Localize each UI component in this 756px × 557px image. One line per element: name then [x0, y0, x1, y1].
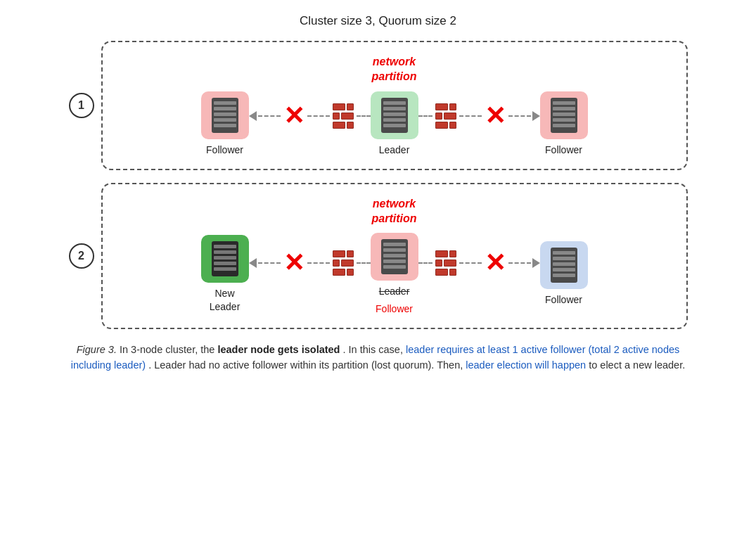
x-mark-left-2: ✕ [283, 250, 305, 276]
connector-left-1: ✕ [249, 103, 330, 129]
svg-rect-23 [214, 267, 236, 271]
dash-2b [307, 262, 330, 264]
connector-mid-left-1 [357, 115, 371, 117]
svg-rect-8 [383, 107, 406, 110]
node-label-new-leader-2: NewLeader [210, 287, 241, 312]
diagram-box-2: networkpartition NewLeader [101, 183, 688, 329]
step-circle-1: 1 [69, 93, 94, 118]
svg-rect-19 [214, 245, 236, 248]
svg-rect-26 [383, 248, 406, 252]
x-mark-right-2: ✕ [485, 250, 506, 276]
server-icon-follower-right-1 [548, 96, 580, 134]
nodes-row-1: Follower ✕ [124, 91, 665, 156]
node-leader-1: Leader [371, 91, 418, 156]
node-old-leader-2: Leader Follower [371, 233, 418, 314]
dash-2e [459, 262, 482, 264]
svg-rect-31 [553, 251, 575, 255]
svg-rect-3 [214, 113, 236, 116]
diagram-row-1: 1 networkpartition [69, 41, 688, 170]
svg-rect-29 [383, 265, 406, 269]
partition-label-2: networkpartition [124, 197, 665, 226]
server-icon-old-leader-2 [378, 238, 411, 276]
partition-label-1: networkpartition [124, 55, 665, 84]
connector-right-1: ✕ [459, 103, 540, 129]
svg-rect-2 [214, 107, 236, 110]
node-follower-right-1: Follower [540, 91, 588, 156]
node-label-follower-left-1: Follower [206, 143, 243, 156]
node-label-follower-right-1: Follower [545, 143, 582, 156]
bricks-right-2 [435, 250, 456, 276]
caption-bold1: leader node gets isolated [217, 344, 340, 355]
node-new-leader-2: NewLeader [201, 235, 249, 312]
diagrams-wrapper: 1 networkpartition [69, 41, 688, 329]
svg-rect-10 [383, 118, 406, 122]
arrow-left-1 [249, 111, 257, 121]
server-icon-leader-1 [378, 96, 411, 134]
connector-mid-left-2 [357, 262, 371, 264]
node-icon-follower-right-1 [540, 91, 588, 139]
caption-text2: . In this case, [343, 344, 406, 355]
svg-rect-15 [553, 113, 575, 116]
x-mark-left-1: ✕ [283, 103, 305, 129]
svg-rect-11 [383, 124, 406, 127]
x-mark-right-1: ✕ [485, 103, 506, 129]
server-icon-follower-2 [548, 246, 580, 284]
svg-rect-32 [553, 257, 575, 260]
dash-1b [307, 115, 330, 117]
server-icon-1 [209, 96, 241, 134]
node-label-leader-1: Leader [379, 143, 410, 156]
svg-rect-7 [383, 101, 406, 105]
bricks-left-1 [333, 103, 354, 129]
dash-1a [258, 115, 281, 117]
node-icon-old-leader-2 [371, 233, 418, 281]
svg-rect-16 [553, 118, 575, 122]
dash-2a [258, 262, 281, 264]
node-icon-follower-2 [540, 241, 588, 289]
svg-rect-35 [553, 274, 575, 277]
svg-rect-33 [553, 262, 575, 266]
node-icon-follower-left-1 [201, 91, 249, 139]
diagram-box-1: networkpartition Follower [101, 41, 688, 170]
node-label-follower-red-2: Follower [376, 302, 413, 315]
dash-1e [459, 115, 482, 117]
svg-rect-14 [553, 107, 575, 110]
diagram-row-2: 2 networkpartition [69, 183, 688, 329]
caption-text1: In 3-node cluster, the [120, 344, 217, 355]
caption-area: Figure 3. In 3-node cluster, the leader … [69, 342, 688, 373]
node-icon-leader-1 [371, 91, 418, 139]
svg-rect-20 [214, 250, 236, 254]
page-title: Cluster size 3, Quorum size 2 [300, 14, 456, 28]
svg-rect-1 [214, 101, 236, 105]
svg-rect-9 [383, 113, 406, 116]
svg-rect-25 [383, 243, 406, 246]
dash-2f [508, 262, 531, 264]
nodes-row-2: NewLeader ✕ [124, 233, 665, 314]
svg-rect-5 [214, 124, 236, 127]
svg-rect-28 [383, 260, 406, 263]
node-icon-new-leader-2 [201, 235, 249, 283]
node-follower-2: Follower [540, 241, 588, 306]
svg-rect-4 [214, 118, 236, 122]
svg-rect-17 [553, 124, 575, 127]
connector-mid-right-2 [418, 262, 433, 264]
dash-1f [508, 115, 531, 117]
svg-rect-27 [383, 254, 406, 257]
caption-text3: . Leader had no active follower within i… [148, 359, 466, 371]
dash-2c [357, 262, 371, 264]
arrow-right-1 [532, 111, 540, 121]
bricks-left-2 [333, 250, 354, 276]
step-circle-2: 2 [69, 243, 94, 269]
svg-rect-22 [214, 262, 236, 265]
svg-rect-34 [553, 268, 575, 271]
caption-text4: to elect a new leader. [589, 359, 685, 371]
dash-1d [418, 115, 433, 117]
connector-mid-right-1 [418, 115, 433, 117]
node-label-follower-2: Follower [545, 293, 582, 306]
arrow-right-2 [532, 258, 540, 268]
caption-blue2: leader election will happen [466, 359, 586, 371]
caption-figure: Figure 3. [77, 344, 117, 355]
bricks-right-1 [435, 103, 456, 129]
node-follower-left-1: Follower [201, 91, 249, 156]
node-label-old-leader-strike-2: Leader [379, 285, 410, 297]
arrow-left-2 [249, 258, 257, 268]
